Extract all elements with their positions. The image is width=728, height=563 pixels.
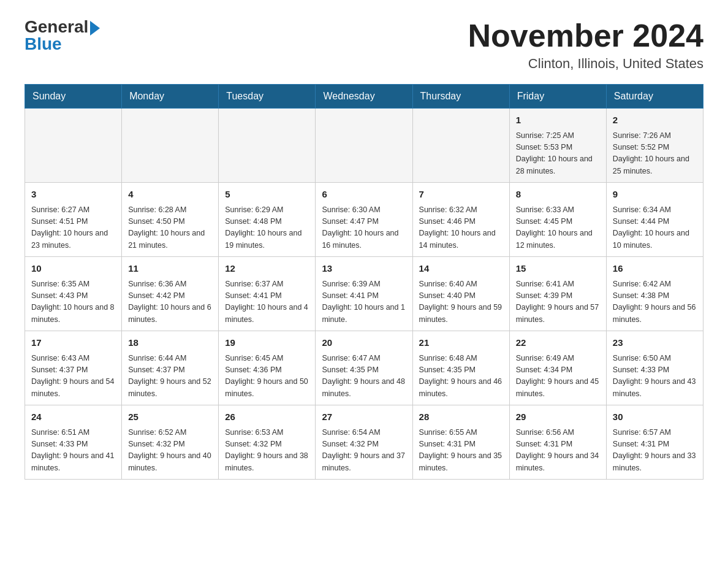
calendar-week-row: 3Sunrise: 6:27 AM Sunset: 4:51 PM Daylig… (25, 183, 703, 257)
day-info: Sunrise: 6:40 AM Sunset: 4:40 PM Dayligh… (419, 278, 503, 326)
calendar-cell: 20Sunrise: 6:47 AM Sunset: 4:35 PM Dayli… (316, 331, 412, 405)
calendar-cell: 13Sunrise: 6:39 AM Sunset: 4:41 PM Dayli… (316, 257, 412, 331)
day-number: 28 (419, 410, 503, 424)
day-number: 7 (419, 188, 503, 202)
day-info: Sunrise: 6:33 AM Sunset: 4:45 PM Dayligh… (516, 204, 600, 252)
calendar-cell: 12Sunrise: 6:37 AM Sunset: 4:41 PM Dayli… (219, 257, 316, 331)
day-info: Sunrise: 6:53 AM Sunset: 4:32 PM Dayligh… (225, 427, 309, 475)
day-number: 29 (516, 410, 600, 424)
weekday-header-monday: Monday (122, 85, 219, 109)
day-info: Sunrise: 6:37 AM Sunset: 4:41 PM Dayligh… (225, 278, 309, 326)
day-info: Sunrise: 7:26 AM Sunset: 5:52 PM Dayligh… (613, 130, 697, 178)
weekday-header-friday: Friday (509, 85, 606, 109)
day-number: 17 (31, 336, 115, 350)
calendar-cell: 19Sunrise: 6:45 AM Sunset: 4:36 PM Dayli… (219, 331, 316, 405)
weekday-header-row: SundayMondayTuesdayWednesdayThursdayFrid… (25, 85, 703, 109)
calendar-cell: 2Sunrise: 7:26 AM Sunset: 5:52 PM Daylig… (606, 109, 703, 183)
day-info: Sunrise: 6:45 AM Sunset: 4:36 PM Dayligh… (225, 353, 309, 400)
weekday-header-tuesday: Tuesday (219, 85, 316, 109)
calendar-cell: 27Sunrise: 6:54 AM Sunset: 4:32 PM Dayli… (316, 405, 412, 480)
calendar-cell (219, 109, 316, 183)
day-number: 3 (31, 188, 115, 202)
day-info: Sunrise: 6:34 AM Sunset: 4:44 PM Dayligh… (613, 204, 697, 252)
title-block: November 2024 Clinton, Illinois, United … (468, 18, 703, 72)
day-info: Sunrise: 6:44 AM Sunset: 4:37 PM Dayligh… (128, 353, 212, 400)
day-number: 2 (613, 113, 697, 128)
calendar-cell: 25Sunrise: 6:52 AM Sunset: 4:32 PM Dayli… (122, 405, 219, 480)
day-number: 22 (516, 336, 600, 350)
calendar-cell: 29Sunrise: 6:56 AM Sunset: 4:31 PM Dayli… (509, 405, 606, 480)
day-info: Sunrise: 6:42 AM Sunset: 4:38 PM Dayligh… (613, 278, 697, 326)
day-number: 25 (128, 410, 212, 424)
calendar-cell: 21Sunrise: 6:48 AM Sunset: 4:35 PM Dayli… (412, 331, 509, 405)
calendar-table: SundayMondayTuesdayWednesdayThursdayFrid… (25, 84, 703, 480)
calendar-cell: 11Sunrise: 6:36 AM Sunset: 4:42 PM Dayli… (122, 257, 219, 331)
calendar-cell: 4Sunrise: 6:28 AM Sunset: 4:50 PM Daylig… (122, 183, 219, 257)
day-number: 14 (419, 262, 503, 276)
day-info: Sunrise: 6:50 AM Sunset: 4:33 PM Dayligh… (613, 353, 697, 400)
calendar-cell: 3Sunrise: 6:27 AM Sunset: 4:51 PM Daylig… (25, 183, 122, 257)
day-number: 11 (128, 262, 212, 276)
calendar-week-row: 24Sunrise: 6:51 AM Sunset: 4:33 PM Dayli… (25, 405, 703, 480)
day-number: 6 (322, 188, 406, 202)
weekday-header-thursday: Thursday (412, 85, 509, 109)
day-number: 21 (419, 336, 503, 350)
day-info: Sunrise: 6:56 AM Sunset: 4:31 PM Dayligh… (516, 427, 600, 475)
day-info: Sunrise: 6:54 AM Sunset: 4:32 PM Dayligh… (322, 427, 406, 475)
day-number: 4 (128, 188, 212, 202)
day-number: 1 (516, 113, 600, 128)
page-header: General Blue November 2024 Clinton, Illi… (25, 18, 703, 72)
day-number: 18 (128, 336, 212, 350)
calendar-cell: 1Sunrise: 7:25 AM Sunset: 5:53 PM Daylig… (509, 109, 606, 183)
calendar-week-row: 17Sunrise: 6:43 AM Sunset: 4:37 PM Dayli… (25, 331, 703, 405)
calendar-cell: 8Sunrise: 6:33 AM Sunset: 4:45 PM Daylig… (509, 183, 606, 257)
day-info: Sunrise: 6:43 AM Sunset: 4:37 PM Dayligh… (31, 353, 115, 400)
logo-arrow-icon (90, 21, 100, 36)
weekday-header-sunday: Sunday (25, 85, 122, 109)
calendar-cell (25, 109, 122, 183)
weekday-header-saturday: Saturday (606, 85, 703, 109)
calendar-cell: 15Sunrise: 6:41 AM Sunset: 4:39 PM Dayli… (509, 257, 606, 331)
day-info: Sunrise: 6:32 AM Sunset: 4:46 PM Dayligh… (419, 204, 503, 252)
day-number: 9 (613, 188, 697, 202)
calendar-cell: 24Sunrise: 6:51 AM Sunset: 4:33 PM Dayli… (25, 405, 122, 480)
calendar-cell (412, 109, 509, 183)
calendar-cell: 30Sunrise: 6:57 AM Sunset: 4:31 PM Dayli… (606, 405, 703, 480)
calendar-cell (122, 109, 219, 183)
day-number: 16 (613, 262, 697, 276)
day-number: 20 (322, 336, 406, 350)
calendar-cell (316, 109, 412, 183)
day-info: Sunrise: 6:47 AM Sunset: 4:35 PM Dayligh… (322, 353, 406, 400)
logo: General Blue (25, 18, 100, 53)
day-number: 5 (225, 188, 309, 202)
day-info: Sunrise: 6:49 AM Sunset: 4:34 PM Dayligh… (516, 353, 600, 400)
day-info: Sunrise: 6:36 AM Sunset: 4:42 PM Dayligh… (128, 278, 212, 326)
calendar-cell: 14Sunrise: 6:40 AM Sunset: 4:40 PM Dayli… (412, 257, 509, 331)
calendar-cell: 6Sunrise: 6:30 AM Sunset: 4:47 PM Daylig… (316, 183, 412, 257)
day-info: Sunrise: 6:35 AM Sunset: 4:43 PM Dayligh… (31, 278, 115, 326)
weekday-header-wednesday: Wednesday (316, 85, 412, 109)
day-info: Sunrise: 6:48 AM Sunset: 4:35 PM Dayligh… (419, 353, 503, 400)
day-info: Sunrise: 6:30 AM Sunset: 4:47 PM Dayligh… (322, 204, 406, 252)
calendar-cell: 18Sunrise: 6:44 AM Sunset: 4:37 PM Dayli… (122, 331, 219, 405)
day-info: Sunrise: 6:52 AM Sunset: 4:32 PM Dayligh… (128, 427, 212, 475)
day-number: 30 (613, 410, 697, 424)
day-number: 13 (322, 262, 406, 276)
day-number: 26 (225, 410, 309, 424)
day-info: Sunrise: 6:29 AM Sunset: 4:48 PM Dayligh… (225, 204, 309, 252)
calendar-cell: 17Sunrise: 6:43 AM Sunset: 4:37 PM Dayli… (25, 331, 122, 405)
calendar-week-row: 10Sunrise: 6:35 AM Sunset: 4:43 PM Dayli… (25, 257, 703, 331)
day-info: Sunrise: 7:25 AM Sunset: 5:53 PM Dayligh… (516, 130, 600, 178)
day-number: 10 (31, 262, 115, 276)
day-info: Sunrise: 6:57 AM Sunset: 4:31 PM Dayligh… (613, 427, 697, 475)
calendar-cell: 7Sunrise: 6:32 AM Sunset: 4:46 PM Daylig… (412, 183, 509, 257)
day-number: 23 (613, 336, 697, 350)
day-number: 19 (225, 336, 309, 350)
calendar-cell: 9Sunrise: 6:34 AM Sunset: 4:44 PM Daylig… (606, 183, 703, 257)
day-number: 15 (516, 262, 600, 276)
day-number: 27 (322, 410, 406, 424)
month-title: November 2024 (468, 18, 703, 53)
day-number: 8 (516, 188, 600, 202)
calendar-cell: 16Sunrise: 6:42 AM Sunset: 4:38 PM Dayli… (606, 257, 703, 331)
day-info: Sunrise: 6:51 AM Sunset: 4:33 PM Dayligh… (31, 427, 115, 475)
